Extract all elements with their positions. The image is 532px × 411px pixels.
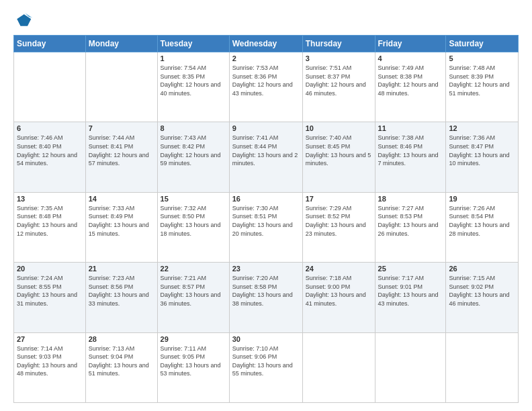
- day-cell: 4Sunrise: 7:49 AM Sunset: 8:38 PM Daylig…: [375, 52, 446, 122]
- day-cell: 19Sunrise: 7:26 AM Sunset: 8:54 PM Dayli…: [446, 192, 519, 262]
- day-info: Sunrise: 7:13 AM Sunset: 9:04 PM Dayligh…: [89, 345, 154, 378]
- day-number: 16: [232, 195, 300, 203]
- day-cell: 15Sunrise: 7:32 AM Sunset: 8:50 PM Dayli…: [157, 192, 229, 262]
- day-info: Sunrise: 7:20 AM Sunset: 8:58 PM Dayligh…: [232, 274, 300, 308]
- day-info: Sunrise: 7:18 AM Sunset: 9:00 PM Dayligh…: [306, 274, 372, 308]
- day-number: 30: [232, 335, 300, 343]
- day-number: 1: [161, 54, 226, 62]
- day-cell: 29Sunrise: 7:11 AM Sunset: 9:05 PM Dayli…: [157, 332, 229, 402]
- day-cell: 14Sunrise: 7:33 AM Sunset: 8:49 PM Dayli…: [85, 192, 157, 262]
- day-number: 3: [306, 54, 372, 62]
- day-number: 5: [449, 54, 515, 62]
- day-cell: [14, 52, 86, 122]
- day-info: Sunrise: 7:29 AM Sunset: 8:52 PM Dayligh…: [306, 204, 372, 238]
- day-header-saturday: Saturday: [446, 36, 519, 52]
- day-cell: 23Sunrise: 7:20 AM Sunset: 8:58 PM Dayli…: [229, 263, 302, 332]
- day-info: Sunrise: 7:33 AM Sunset: 8:49 PM Dayligh…: [89, 204, 154, 238]
- day-cell: 17Sunrise: 7:29 AM Sunset: 8:52 PM Dayli…: [302, 192, 375, 262]
- day-number: 4: [378, 54, 443, 62]
- page: SundayMondayTuesdayWednesdayThursdayFrid…: [0, 0, 532, 411]
- day-info: Sunrise: 7:54 AM Sunset: 8:35 PM Dayligh…: [161, 64, 226, 97]
- day-number: 23: [232, 265, 300, 273]
- calendar-table: SundayMondayTuesdayWednesdayThursdayFrid…: [13, 35, 519, 403]
- day-cell: 6Sunrise: 7:46 AM Sunset: 8:40 PM Daylig…: [14, 122, 86, 192]
- day-info: Sunrise: 7:41 AM Sunset: 8:44 PM Dayligh…: [232, 134, 300, 167]
- day-info: Sunrise: 7:36 AM Sunset: 8:47 PM Dayligh…: [449, 134, 515, 167]
- day-info: Sunrise: 7:46 AM Sunset: 8:40 PM Dayligh…: [17, 134, 83, 167]
- day-info: Sunrise: 7:10 AM Sunset: 9:06 PM Dayligh…: [232, 345, 300, 378]
- day-number: 17: [306, 195, 372, 203]
- day-header-thursday: Thursday: [302, 36, 375, 52]
- day-number: 2: [232, 54, 300, 62]
- day-number: 10: [306, 124, 372, 132]
- day-cell: 13Sunrise: 7:35 AM Sunset: 8:48 PM Dayli…: [14, 192, 86, 262]
- day-cell: [85, 52, 157, 122]
- day-header-monday: Monday: [85, 36, 157, 52]
- day-cell: [375, 332, 446, 402]
- day-cell: 9Sunrise: 7:41 AM Sunset: 8:44 PM Daylig…: [229, 122, 302, 192]
- week-row-4: 20Sunrise: 7:24 AM Sunset: 8:55 PM Dayli…: [14, 263, 519, 332]
- header: [13, 11, 519, 30]
- day-cell: 7Sunrise: 7:44 AM Sunset: 8:41 PM Daylig…: [85, 122, 157, 192]
- day-cell: 12Sunrise: 7:36 AM Sunset: 8:47 PM Dayli…: [446, 122, 519, 192]
- day-cell: 3Sunrise: 7:51 AM Sunset: 8:37 PM Daylig…: [302, 52, 375, 122]
- day-info: Sunrise: 7:40 AM Sunset: 8:45 PM Dayligh…: [306, 134, 372, 167]
- day-number: 29: [161, 335, 226, 343]
- day-header-wednesday: Wednesday: [229, 36, 302, 52]
- day-info: Sunrise: 7:49 AM Sunset: 8:38 PM Dayligh…: [378, 64, 443, 97]
- day-number: 20: [17, 265, 83, 273]
- day-info: Sunrise: 7:32 AM Sunset: 8:50 PM Dayligh…: [161, 204, 226, 238]
- day-number: 7: [89, 124, 154, 132]
- day-cell: 20Sunrise: 7:24 AM Sunset: 8:55 PM Dayli…: [14, 263, 86, 332]
- day-cell: 18Sunrise: 7:27 AM Sunset: 8:53 PM Dayli…: [375, 192, 446, 262]
- day-info: Sunrise: 7:21 AM Sunset: 8:57 PM Dayligh…: [161, 274, 226, 308]
- week-row-3: 13Sunrise: 7:35 AM Sunset: 8:48 PM Dayli…: [14, 192, 519, 262]
- day-number: 8: [161, 124, 226, 132]
- day-cell: 27Sunrise: 7:14 AM Sunset: 9:03 PM Dayli…: [14, 332, 86, 402]
- day-cell: 25Sunrise: 7:17 AM Sunset: 9:01 PM Dayli…: [375, 263, 446, 332]
- day-info: Sunrise: 7:17 AM Sunset: 9:01 PM Dayligh…: [378, 274, 443, 308]
- logo: [13, 11, 35, 30]
- day-number: 21: [89, 265, 154, 273]
- day-info: Sunrise: 7:38 AM Sunset: 8:46 PM Dayligh…: [378, 134, 443, 167]
- day-number: 11: [378, 124, 443, 132]
- day-header-sunday: Sunday: [14, 36, 86, 52]
- day-number: 9: [232, 124, 300, 132]
- day-number: 22: [161, 265, 226, 273]
- calendar-body: 1Sunrise: 7:54 AM Sunset: 8:35 PM Daylig…: [14, 52, 519, 403]
- day-info: Sunrise: 7:30 AM Sunset: 8:51 PM Dayligh…: [232, 204, 300, 238]
- day-cell: 22Sunrise: 7:21 AM Sunset: 8:57 PM Dayli…: [157, 263, 229, 332]
- week-row-2: 6Sunrise: 7:46 AM Sunset: 8:40 PM Daylig…: [14, 122, 519, 192]
- day-info: Sunrise: 7:24 AM Sunset: 8:55 PM Dayligh…: [17, 274, 83, 308]
- logo-icon: [13, 11, 32, 30]
- day-cell: [446, 332, 519, 402]
- day-info: Sunrise: 7:35 AM Sunset: 8:48 PM Dayligh…: [17, 204, 83, 238]
- day-info: Sunrise: 7:23 AM Sunset: 8:56 PM Dayligh…: [89, 274, 154, 308]
- day-number: 26: [449, 265, 515, 273]
- day-number: 18: [378, 195, 443, 203]
- day-header-friday: Friday: [375, 36, 446, 52]
- calendar-header: SundayMondayTuesdayWednesdayThursdayFrid…: [14, 36, 519, 52]
- header-row: SundayMondayTuesdayWednesdayThursdayFrid…: [14, 36, 519, 52]
- day-info: Sunrise: 7:26 AM Sunset: 8:54 PM Dayligh…: [449, 204, 515, 238]
- day-info: Sunrise: 7:51 AM Sunset: 8:37 PM Dayligh…: [306, 64, 372, 97]
- day-info: Sunrise: 7:48 AM Sunset: 8:39 PM Dayligh…: [449, 64, 515, 97]
- day-info: Sunrise: 7:44 AM Sunset: 8:41 PM Dayligh…: [89, 134, 154, 167]
- day-info: Sunrise: 7:53 AM Sunset: 8:36 PM Dayligh…: [232, 64, 300, 97]
- day-cell: 30Sunrise: 7:10 AM Sunset: 9:06 PM Dayli…: [229, 332, 302, 402]
- day-header-tuesday: Tuesday: [157, 36, 229, 52]
- day-cell: 26Sunrise: 7:15 AM Sunset: 9:02 PM Dayli…: [446, 263, 519, 332]
- day-number: 15: [161, 195, 226, 203]
- day-cell: 1Sunrise: 7:54 AM Sunset: 8:35 PM Daylig…: [157, 52, 229, 122]
- day-number: 24: [306, 265, 372, 273]
- day-info: Sunrise: 7:43 AM Sunset: 8:42 PM Dayligh…: [161, 134, 226, 167]
- day-number: 25: [378, 265, 443, 273]
- day-cell: 16Sunrise: 7:30 AM Sunset: 8:51 PM Dayli…: [229, 192, 302, 262]
- day-cell: 28Sunrise: 7:13 AM Sunset: 9:04 PM Dayli…: [85, 332, 157, 402]
- day-number: 13: [17, 195, 83, 203]
- day-cell: 10Sunrise: 7:40 AM Sunset: 8:45 PM Dayli…: [302, 122, 375, 192]
- day-cell: 5Sunrise: 7:48 AM Sunset: 8:39 PM Daylig…: [446, 52, 519, 122]
- week-row-5: 27Sunrise: 7:14 AM Sunset: 9:03 PM Dayli…: [14, 332, 519, 402]
- day-number: 6: [17, 124, 83, 132]
- day-cell: 8Sunrise: 7:43 AM Sunset: 8:42 PM Daylig…: [157, 122, 229, 192]
